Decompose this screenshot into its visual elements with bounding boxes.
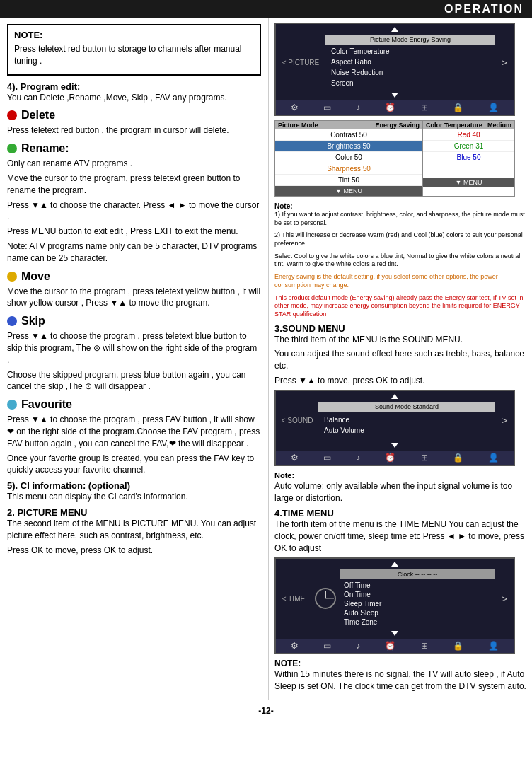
time-item-timezone: Time Zone	[340, 618, 495, 627]
panel-bottom-icons: ⚙ ▭ ♪ ⏰ ⊞ 🔒 👤	[276, 100, 514, 115]
time-lock-icon: 🔒	[453, 641, 463, 651]
time-center: Clock -- -- -- -- Off Time On Time Sleep…	[340, 569, 495, 628]
left-column: NOTE: Press teletext red button to stora…	[0, 18, 269, 700]
rename-heading: Rename:	[7, 142, 261, 155]
time-right-label: >	[502, 593, 507, 604]
time-left-area: < TIME	[276, 569, 311, 628]
time-music-icon: ♪	[356, 641, 360, 651]
time-grid-icon: ⊞	[421, 641, 428, 651]
panel-bottom-arrow-area	[276, 90, 514, 100]
panel-item-aspect: Aspect Ratio	[325, 57, 495, 67]
sound-gear-icon: ⚙	[291, 453, 299, 463]
sound-lock-icon: 🔒	[453, 453, 463, 463]
move-heading: Move	[7, 270, 261, 283]
main-content: NOTE: Press teletext red button to stora…	[0, 18, 532, 700]
delete-label: Delete	[21, 109, 55, 122]
picture-note-line3: Select Cool to give the white colors a b…	[274, 253, 526, 269]
person-icon: 👤	[488, 103, 499, 112]
time-tv-panel: < TIME Clock -- -- -- -- Off Time On Tim…	[274, 557, 515, 654]
sound-right-label: >	[502, 415, 507, 426]
picture-right-label-area: >	[495, 35, 514, 90]
move-label: Move	[21, 270, 50, 283]
pm-item-color: Color 50	[275, 152, 422, 163]
sound-right-area: >	[495, 402, 514, 440]
sound-up-icon	[391, 394, 398, 399]
picture-panel-header: Picture Mode Energy Saving	[325, 35, 495, 45]
page-header: OPERATION	[0, 0, 532, 18]
lock-icon: 🔒	[453, 103, 463, 112]
time-item-ontime: On Time	[340, 590, 495, 599]
picture-note-line4: Energy saving is the default setting, if…	[274, 273, 526, 289]
time-tv-icon: ▭	[323, 641, 331, 651]
sound-center: Sound Mode Standard Balance Auto Volume	[318, 402, 495, 440]
sound-title: 3.SOUND MENU	[274, 323, 526, 334]
time-right-area: >	[495, 569, 514, 628]
panel-body: < PICTURE Picture Mode Energy Saving Col…	[276, 35, 514, 90]
sound-clock-icon: ⏰	[385, 453, 395, 463]
sound-text3: Press ▼▲ to move, press OK to adjust.	[274, 375, 526, 387]
sound-person-icon: 👤	[488, 453, 499, 463]
favourite-text2: Once your favorite group is created, you…	[7, 453, 261, 477]
rename-label: Rename:	[21, 142, 69, 155]
sound-left-label: < SOUND	[282, 417, 313, 424]
time-bottom-arrow	[276, 628, 514, 639]
time-note-label: NOTE:	[274, 659, 301, 668]
clock-icon: ⏰	[385, 103, 395, 112]
page-title: OPERATION	[444, 3, 524, 15]
panel-item-screen: Screen	[325, 78, 495, 88]
time-top-arrow	[276, 559, 514, 569]
ct-empty	[423, 163, 514, 178]
picture-note-line5: This product default mode (Energy saving…	[274, 294, 526, 319]
pm-item-sharpness: Sharpness 50	[275, 163, 422, 175]
note-title: NOTE:	[14, 30, 254, 40]
section4-text: You can Delete ,Rename ,Move, Skip , FAV…	[7, 92, 261, 104]
picture-right-label: >	[502, 57, 507, 68]
time-body: < TIME Clock -- -- -- -- Off Time On Tim…	[276, 569, 514, 628]
favourite-label: Favourite	[21, 398, 72, 411]
ct-header: Color Temperature Medium	[423, 121, 514, 129]
picture-text2: Press OK to move, press OK to adjust.	[7, 545, 261, 557]
sound-grid-icon: ⊞	[421, 453, 428, 463]
time-down-icon	[391, 631, 398, 636]
red-circle-icon	[7, 110, 17, 120]
sound-down-icon	[391, 443, 398, 448]
color-temp-panel: Color Temperature Medium Red 40 Green 31…	[423, 120, 515, 197]
time-person-icon: 👤	[488, 641, 499, 651]
time-clock-icon: ⏰	[385, 641, 395, 651]
gear-icon: ⚙	[291, 103, 299, 112]
sound-note: Note: Auto volume: only available when t…	[274, 470, 526, 504]
time-bottom-icons: ⚙ ▭ ♪ ⏰ ⊞ 🔒 👤	[276, 639, 514, 653]
ci-text: This menu can display the CI card's info…	[7, 491, 261, 503]
double-panel: Picture Mode Energy Saving Contrast 50 B…	[274, 120, 515, 197]
sound-note-text: Auto volume: only available when the inp…	[274, 480, 526, 504]
clock-hand-min	[325, 598, 334, 599]
tv-icon: ▭	[323, 103, 331, 112]
sound-section: 3.SOUND MENU The third item of the MENU …	[274, 323, 526, 387]
pm-header-right: Energy Saving	[375, 122, 420, 129]
ct-item-blue: Blue 50	[423, 152, 514, 163]
music-icon: ♪	[356, 103, 360, 112]
pm-item-brightness: Brightness 50	[275, 141, 422, 152]
time-up-icon	[391, 562, 398, 567]
skip-text2: Choose the skipped program, press blue b…	[7, 369, 261, 393]
rename-text3: Press ▼▲ to choose the character. Press …	[7, 199, 261, 224]
rename-text5: Note: ATV programs name only can be 5 ch…	[7, 240, 261, 265]
page-number: -12-	[0, 700, 532, 721]
ci-title: 5). CI information: (optional)	[7, 480, 261, 491]
picture-note-line1: 1) If you want to adjust contrast, brigh…	[274, 211, 526, 227]
ct-item-green: Green 31	[423, 141, 514, 152]
ct-header-left: Color Temperature	[426, 122, 482, 129]
sound-top-arrow	[276, 391, 514, 402]
right-column: < PICTURE Picture Mode Energy Saving Col…	[269, 18, 532, 700]
sound-bottom-icons: ⚙ ▭ ♪ ⏰ ⊞ 🔒 👤	[276, 451, 514, 465]
section4-title: 4). Program edit:	[7, 81, 261, 92]
sound-panel-header: Sound Mode Standard	[318, 402, 495, 412]
sound-note-label: Note:	[274, 471, 294, 480]
time-item-sleep: Sleep Timer	[340, 599, 495, 608]
picture-notes: Note: 1) If you want to adjust contrast,…	[274, 201, 526, 319]
picture-title: 2. PICTURE MENU	[7, 507, 261, 518]
time-left-label: < TIME	[282, 595, 305, 603]
sound-item-balance: Balance	[318, 415, 495, 425]
rename-text2: Move the cursor to the program, press te…	[7, 173, 261, 197]
sound-text1: The third item of the MENU is the SOUND …	[274, 334, 526, 346]
